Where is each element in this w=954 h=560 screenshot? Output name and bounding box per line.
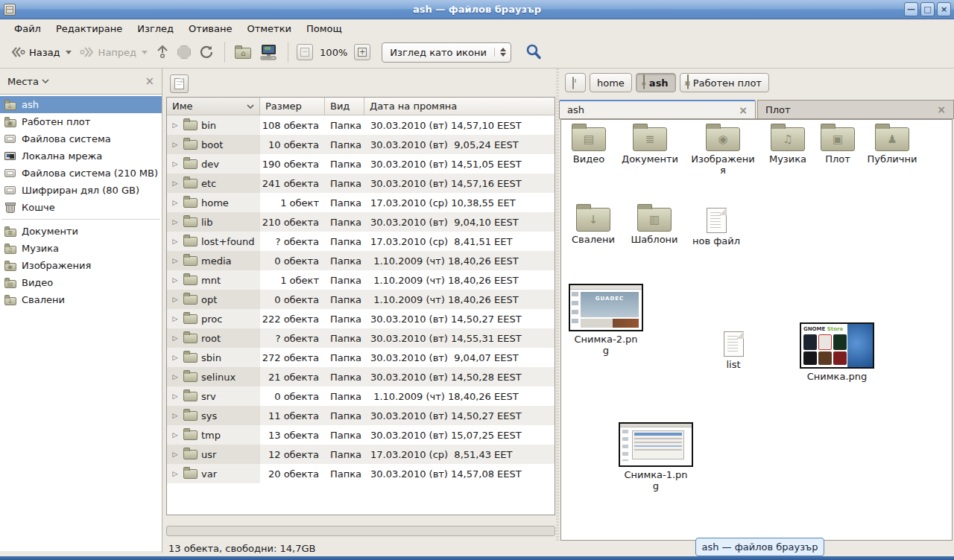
sidebar-item[interactable]: Шифриран дял (80 GB)	[0, 182, 162, 199]
row-expander-icon[interactable]: ▷	[171, 296, 180, 303]
sidebar-item[interactable]: ▤ Видео	[0, 274, 162, 291]
column-header-name[interactable]: Име	[167, 98, 260, 115]
file-icon-item[interactable]: нов файл	[680, 208, 752, 247]
horizontal-scrollbar[interactable]	[166, 526, 555, 536]
row-expander-icon[interactable]: ▷	[171, 470, 180, 477]
table-row[interactable]: ▷ var 20 обекта Папка 30.03.2010 (вт) 14…	[167, 464, 555, 483]
maximize-button[interactable]: □	[920, 2, 935, 16]
close-button[interactable]: ×	[937, 2, 951, 16]
titlebar[interactable]: ash — файлов браузър — □ ×	[0, 0, 954, 19]
menu-item[interactable]: Помощ	[300, 22, 349, 36]
table-row[interactable]: ▷ opt 0 обекта Папка 1.10.2009 (чт) 18,4…	[167, 290, 555, 309]
table-row[interactable]: ▷ mnt 1 обект Папка 1.10.2009 (чт) 18,40…	[167, 270, 555, 290]
row-expander-icon[interactable]: ▷	[171, 218, 180, 226]
file-icon-item[interactable]: ♟ Публични	[856, 127, 928, 165]
table-row[interactable]: ▷ sbin 272 обекта Папка 30.03.2010 (вт) …	[167, 348, 555, 367]
row-expander-icon[interactable]: ▷	[171, 160, 180, 168]
file-icon-item[interactable]: list	[698, 331, 769, 371]
file-icon-item[interactable]: Снимка-1.png	[620, 422, 692, 492]
row-expander-icon[interactable]: ▷	[171, 392, 180, 400]
tab-close-icon[interactable]: ×	[937, 104, 946, 115]
taskbar-window-button[interactable]: ash — файлов браузър	[695, 538, 824, 556]
sidebar-item[interactable]: ↓ Свалени	[0, 291, 162, 308]
row-expander-icon[interactable]: ▷	[171, 451, 180, 458]
column-header-date[interactable]: Дата на промяна	[364, 98, 555, 115]
table-row[interactable]: ▷ etc 241 обекта Папка 30.03.2010 (вт) 1…	[167, 174, 555, 193]
row-expander-icon[interactable]: ▷	[171, 276, 180, 284]
sidebar-item[interactable]: ♫ Музика	[0, 240, 162, 257]
table-row[interactable]: ▷ srv 0 обекта Папка 1.10.2009 (чт) 18,4…	[167, 386, 555, 406]
forward-history-chevron-icon[interactable]	[142, 51, 148, 54]
breadcrumb-button[interactable]: ▣ Работен плот	[680, 73, 769, 92]
row-expander-icon[interactable]: ▷	[171, 199, 180, 206]
breadcrumb-button[interactable]	[565, 73, 586, 92]
up-button[interactable]	[151, 41, 174, 63]
stop-button[interactable]	[174, 42, 195, 62]
row-expander-icon[interactable]: ▷	[171, 238, 180, 245]
sidebar-item[interactable]: ▣ Работен плот	[0, 113, 162, 130]
table-row[interactable]: ▷ home 1 обект Папка 17.03.2010 (ср) 10,…	[167, 193, 555, 212]
pane-location-button[interactable]	[170, 74, 189, 93]
menu-item[interactable]: Отиване	[182, 22, 238, 36]
file-icon-item[interactable]: GUADEC Снимка-2.png	[570, 284, 642, 357]
file-icon-item[interactable]: ≣ Документи	[614, 127, 686, 165]
sidebar-item[interactable]: ≣ Документи	[0, 223, 162, 240]
file-icon-item[interactable]: GNOME Store Снимка.png	[801, 322, 873, 383]
menu-item[interactable]: Редактиране	[49, 22, 129, 36]
table-row[interactable]: ▷ selinux 21 обекта Папка 30.03.2010 (вт…	[167, 367, 555, 386]
menu-item[interactable]: Отметки	[240, 22, 297, 36]
tab-close-icon[interactable]: ×	[739, 104, 748, 116]
search-button[interactable]	[522, 40, 546, 64]
column-header-type[interactable]: Вид	[325, 98, 364, 115]
row-expander-icon[interactable]: ▷	[171, 315, 180, 322]
row-expander-icon[interactable]: ▷	[171, 257, 180, 264]
table-row[interactable]: ▷ root ? обекта Папка 30.03.2010 (вт) 14…	[167, 328, 555, 348]
menu-item[interactable]: Изглед	[130, 22, 180, 36]
sidebar-item[interactable]: ◉ Изображения	[0, 257, 162, 274]
tab[interactable]: ash ×	[559, 100, 756, 118]
table-row[interactable]: ▷ proc 222 обекта Папка 30.03.2010 (вт) …	[167, 309, 555, 328]
table-row[interactable]: ▷ sys 11 обекта Папка 30.03.2010 (вт) 14…	[167, 406, 555, 425]
breadcrumb-button[interactable]: home	[590, 73, 632, 92]
home-button[interactable]: ⌂	[231, 42, 255, 62]
breadcrumb-button[interactable]: ⌂ ash	[636, 73, 676, 92]
row-expander-icon[interactable]: ▷	[171, 431, 180, 439]
table-row[interactable]: ▷ lib 210 обекта Папка 30.03.2010 (вт) 9…	[167, 212, 555, 232]
row-expander-icon[interactable]: ▷	[171, 141, 180, 148]
table-row[interactable]: ▷ dev 190 обекта Папка 30.03.2010 (вт) 1…	[167, 154, 555, 174]
table-row[interactable]: ▷ lost+found ? обекта Папка 17.03.2010 (…	[167, 232, 555, 251]
sidebar-item[interactable]: Файлова система	[0, 130, 162, 147]
sidebar-item[interactable]: Файлова система (210 MB)	[0, 165, 162, 182]
table-row[interactable]: ▷ tmp 13 обекта Папка 30.03.2010 (вт) 15…	[167, 425, 555, 445]
sidebar-item[interactable]: Локална мрежа	[0, 147, 162, 165]
forward-button[interactable]: Напред	[75, 42, 151, 63]
column-header-size[interactable]: Размер	[260, 98, 325, 115]
file-icon-item[interactable]: ▥ Шаблони	[619, 208, 690, 246]
pane-splitter[interactable]	[556, 69, 559, 542]
file-icon-item[interactable]: ◉ Изображения	[687, 127, 759, 176]
sidebar-mode-selector[interactable]: Места	[7, 76, 49, 87]
table-row[interactable]: ▷ boot 10 обекта Папка 30.03.2010 (вт) 9…	[167, 135, 555, 154]
view-mode-dropdown[interactable]: Изглед като икони	[382, 42, 511, 63]
minimize-button[interactable]: —	[904, 2, 918, 16]
table-row[interactable]: ▷ bin 108 обекта Папка 30.03.2010 (вт) 1…	[167, 115, 555, 135]
row-expander-icon[interactable]: ▷	[171, 412, 180, 419]
sidebar-item[interactable]: Кошче	[0, 199, 162, 216]
row-expander-icon[interactable]: ▷	[171, 121, 180, 129]
tab[interactable]: Плот ×	[757, 100, 954, 118]
computer-button[interactable]	[255, 40, 282, 64]
table-row[interactable]: ▷ media 0 обекта Папка 1.10.2009 (чт) 18…	[167, 251, 555, 270]
table-row[interactable]: ▷ usr 12 обекта Папка 17.03.2010 (ср) 8,…	[167, 445, 555, 464]
row-expander-icon[interactable]: ▷	[171, 334, 180, 342]
back-history-chevron-icon[interactable]	[66, 51, 72, 54]
row-expander-icon[interactable]: ▷	[171, 373, 180, 381]
back-button[interactable]: Назад	[6, 42, 75, 63]
zoom-in-button[interactable]: +	[354, 44, 370, 60]
reload-button[interactable]	[195, 41, 218, 63]
row-expander-icon[interactable]: ▷	[171, 179, 180, 187]
zoom-out-button[interactable]: −	[297, 44, 313, 60]
row-expander-icon[interactable]: ▷	[171, 354, 180, 361]
menu-item[interactable]: Файл	[7, 22, 48, 36]
sidebar-close-icon[interactable]: ×	[145, 74, 154, 88]
sidebar-item[interactable]: ⌂ ash	[0, 96, 162, 113]
